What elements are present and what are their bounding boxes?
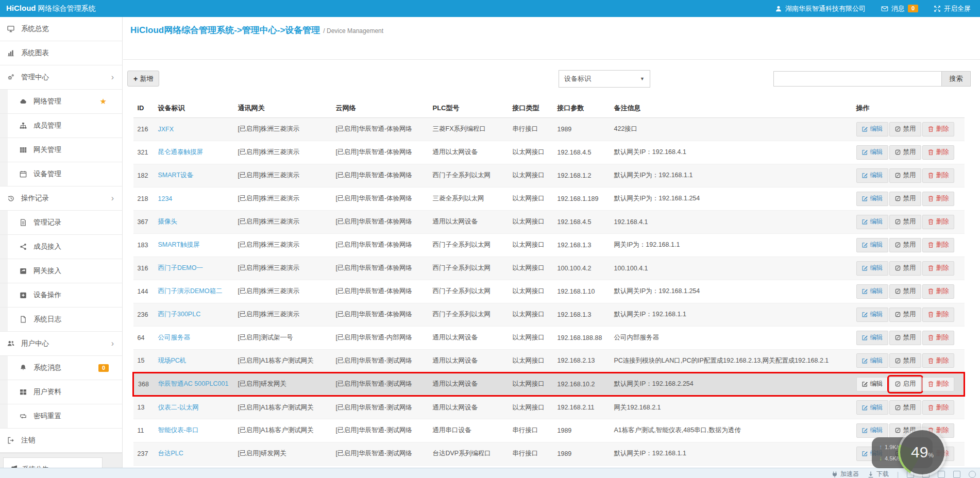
edit-button[interactable]: 编辑 <box>856 168 888 183</box>
history-icon <box>7 195 18 202</box>
disable-button[interactable]: 禁用 <box>889 400 921 415</box>
delete-button[interactable]: 删除 <box>922 308 954 322</box>
sidebar-item-logout[interactable]: 注销 <box>0 429 122 453</box>
search-button[interactable]: 搜索 <box>941 71 971 87</box>
share-square-icon <box>20 267 30 275</box>
sidebar-item-device-operation[interactable]: 设备操作 <box>0 283 122 308</box>
sidebar-item-system-charts[interactable]: 系统图表 <box>0 41 122 65</box>
disable-button[interactable]: 禁用 <box>889 353 921 368</box>
device-link[interactable]: 西门子演示DEMO箱二 <box>158 287 223 295</box>
trash-icon <box>927 381 934 387</box>
device-link[interactable]: 西门子300PLC <box>158 311 201 318</box>
device-link[interactable]: 智能仪表-串口 <box>158 426 199 434</box>
fullscreen-button[interactable]: 开启全屏 <box>934 4 971 13</box>
disable-button[interactable]: 禁用 <box>889 145 921 160</box>
delete-button[interactable]: 删除 <box>922 192 954 206</box>
sidebar-item-user-profile[interactable]: 用户资料 <box>0 380 122 404</box>
sidebar-item-password-reset[interactable]: 密码重置 <box>0 404 122 429</box>
device-link[interactable]: 现场PC机 <box>158 357 187 364</box>
sidebar-item-operation-records[interactable]: 操作记录› <box>0 186 122 211</box>
disable-button[interactable]: 禁用 <box>889 331 921 345</box>
device-link[interactable]: 昆仑通泰触摸屏 <box>158 148 204 156</box>
edit-button[interactable]: 编辑 <box>856 400 888 415</box>
edit-button[interactable]: 编辑 <box>856 192 888 206</box>
device-link[interactable]: 1234 <box>158 195 173 202</box>
disable-button[interactable]: 禁用 <box>889 238 921 252</box>
delete-button[interactable]: 删除 <box>922 284 954 299</box>
brand-bold: HiCloud <box>6 4 36 12</box>
sidebar-item-network-management[interactable]: 网络管理★ <box>0 90 122 114</box>
main-content: HiCloud网络综合管理系统->管理中心->设备管理/ Device Mana… <box>123 17 980 478</box>
download-button[interactable]: 下载 <box>867 470 889 478</box>
device-link[interactable]: 西门子DEMO一 <box>158 264 204 271</box>
sidebar-item-user-center[interactable]: 用户中心› <box>0 332 122 356</box>
cell-interface-type: 串行接口 <box>509 117 553 141</box>
edit-button[interactable]: 编辑 <box>856 308 888 322</box>
sidebar-item-system-logs[interactable]: 系统日志 <box>0 308 122 332</box>
disable-button[interactable]: 禁用 <box>889 261 921 276</box>
delete-button[interactable]: 删除 <box>922 400 954 415</box>
disable-button[interactable]: 禁用 <box>889 308 921 322</box>
accelerator-button[interactable]: 加速器 <box>831 470 859 478</box>
enable-button[interactable]: 启用 <box>889 377 921 391</box>
sidebar-item-management-records[interactable]: 管理记录 <box>0 211 122 235</box>
sidebar-item-system-messages[interactable]: 系统消息0 <box>0 356 122 380</box>
sidebar-item-member-management[interactable]: 成员管理 <box>0 114 122 138</box>
edit-button[interactable]: 编辑 <box>856 145 888 160</box>
toolbar-icon[interactable] <box>953 471 960 478</box>
delete-button[interactable]: 删除 <box>922 122 954 136</box>
toolbar-icon[interactable] <box>969 471 976 478</box>
sidebar-item-device-management[interactable]: 设备管理 <box>0 162 122 186</box>
sidebar-item-label: 密码重置 <box>33 412 61 421</box>
delete-button[interactable]: 删除 <box>922 168 954 183</box>
table-row: 2181234[已启用]株洲三菱演示[已启用]华辰智通-体验网络三菱全系列以太网… <box>133 187 965 210</box>
progress-circle-widget[interactable]: 49 % <box>898 428 947 476</box>
edit-button[interactable]: 编辑 <box>856 261 888 276</box>
device-link[interactable]: 台达PLC <box>158 450 183 457</box>
edit-button[interactable]: 编辑 <box>856 122 888 136</box>
device-link[interactable]: 仪表二-以太网 <box>158 404 199 411</box>
delete-button[interactable]: 删除 <box>922 145 954 160</box>
disable-button[interactable]: 禁用 <box>889 168 921 183</box>
device-link[interactable]: 公司服务器 <box>158 334 191 341</box>
delete-button[interactable]: 删除 <box>922 238 954 252</box>
device-link[interactable]: 华辰智通AC 500PLC001 <box>158 380 229 387</box>
delete-button[interactable]: 删除 <box>922 215 954 229</box>
edit-button[interactable]: 编辑 <box>856 377 888 391</box>
device-link[interactable]: SMART设备 <box>158 172 194 179</box>
sidebar-item-system-overview[interactable]: 系统总览 <box>0 17 122 41</box>
filter-field-select[interactable]: 设备标识 ▼ <box>559 70 650 88</box>
device-table: ID设备标识通讯网关云网络PLC型号接口类型接口参数备注信息操作 216JXFX… <box>132 99 965 466</box>
disable-button[interactable]: 禁用 <box>889 192 921 206</box>
edit-button[interactable]: 编辑 <box>856 331 888 345</box>
messages-menu[interactable]: 消息 0 <box>881 4 918 13</box>
delete-button[interactable]: 删除 <box>922 261 954 276</box>
cell-device: 1234 <box>154 187 234 210</box>
disable-button[interactable]: 禁用 <box>889 215 921 229</box>
table-toolbar: +新增 设备标识 ▼ 搜索 <box>123 70 980 88</box>
search-input[interactable] <box>773 71 941 87</box>
device-link[interactable]: 摄像头 <box>158 218 178 225</box>
edit-button[interactable]: 编辑 <box>856 423 888 438</box>
edit-button[interactable]: 编辑 <box>856 284 888 299</box>
sidebar-item-gateway-management[interactable]: 网关管理 <box>0 138 122 162</box>
company-menu[interactable]: 湖南华辰智通科技有限公司 <box>775 4 866 13</box>
delete-button[interactable]: 删除 <box>922 377 954 391</box>
edit-button[interactable]: 编辑 <box>856 353 888 368</box>
delete-button[interactable]: 删除 <box>922 353 954 368</box>
delete-button[interactable]: 删除 <box>922 331 954 345</box>
sidebar-item-gateway-access[interactable]: 网关接入 <box>0 259 122 283</box>
add-button[interactable]: +新增 <box>127 71 159 87</box>
sidebar-item-member-access[interactable]: 成员接入 <box>0 235 122 259</box>
search-group: 搜索 <box>773 71 971 87</box>
edit-button[interactable]: 编辑 <box>856 238 888 252</box>
disable-button[interactable]: 禁用 <box>889 122 921 136</box>
sidebar-item-management-center[interactable]: 管理中心› <box>0 65 122 90</box>
cell-actions: 编辑禁用删除 <box>852 210 965 233</box>
edit-button[interactable]: 编辑 <box>856 215 888 229</box>
action-button-group: 编辑禁用删除 <box>856 122 960 136</box>
device-link[interactable]: JXFX <box>158 126 174 133</box>
toolbar-icon[interactable] <box>938 471 945 478</box>
disable-button[interactable]: 禁用 <box>889 284 921 299</box>
device-link[interactable]: SMART触摸屏 <box>158 241 200 248</box>
